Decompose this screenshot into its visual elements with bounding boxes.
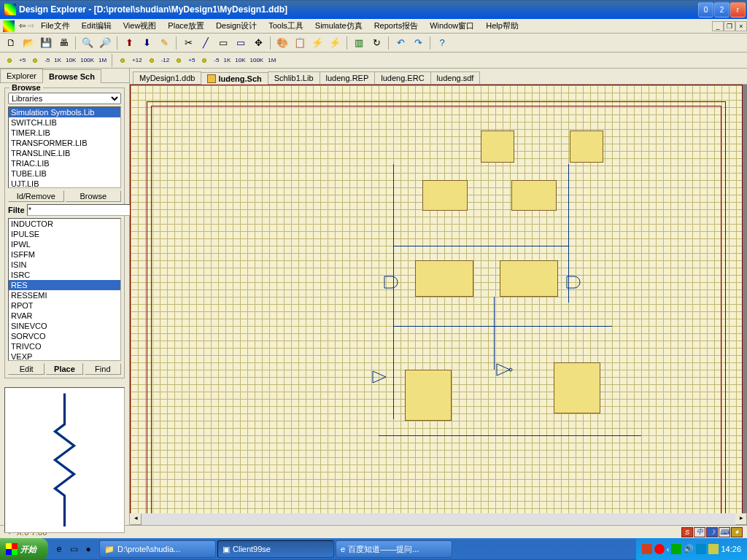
part-row[interactable]: RVAR	[9, 311, 120, 321]
library-row[interactable]: TRIAC.LIB	[9, 158, 120, 168]
task-folder[interactable]: 📁 D:\protel\shudia...	[99, 540, 216, 558]
browse-mode-select[interactable]: Libraries	[8, 93, 121, 104]
library-row[interactable]: TUBE.LIB	[9, 168, 120, 179]
src-p5-icon[interactable]	[3, 54, 16, 67]
part-row[interactable]: SINEVCO	[9, 321, 120, 331]
redo-icon[interactable]: ↷	[410, 35, 426, 51]
print-icon[interactable]: 🖶	[55, 35, 71, 51]
nand-gate-2[interactable]	[565, 275, 583, 289]
part-row[interactable]: IPWL	[9, 239, 120, 249]
part-row[interactable]: TRIVCO	[9, 341, 120, 351]
menu-view[interactable]: View视图	[117, 19, 163, 33]
component-counter2[interactable]	[500, 260, 558, 297]
system-tray[interactable]: ‹ 🔊 14:26	[636, 538, 747, 560]
part-row[interactable]: ISFFM	[9, 249, 120, 260]
library-row[interactable]: SWITCH.LIB	[9, 117, 120, 128]
zoom-in-icon[interactable]: 🔍	[80, 35, 96, 51]
tray-app2-icon[interactable]	[696, 544, 706, 554]
parts-listbox[interactable]: INDUCTORIPULSEIPWLISFFMISINISRCRESRESSEM…	[8, 218, 121, 361]
library-row[interactable]: TRANSLINE.LIB	[9, 148, 120, 158]
ime-settings-icon[interactable]: ✦	[731, 527, 743, 537]
src-100k[interactable]: 100K	[79, 54, 96, 67]
ime-keyboard-icon[interactable]: ⌨	[719, 527, 730, 537]
cross-probe-icon[interactable]: ✎	[156, 35, 172, 51]
component-7seg1[interactable]	[481, 131, 514, 163]
tab-explorer[interactable]: Explorer	[0, 69, 43, 82]
library-icon[interactable]: ▥	[351, 35, 367, 51]
menu-edit[interactable]: Edit编辑	[76, 19, 117, 33]
component-555-1[interactable]	[405, 370, 452, 421]
doc-tab-3[interactable]: ludeng.REP	[320, 71, 376, 84]
src-m5-icon[interactable]	[28, 54, 42, 67]
mdi-close-button[interactable]: ×	[735, 21, 747, 31]
task-browser[interactable]: e 百度知道——提问...	[336, 540, 452, 558]
ime-moon-icon[interactable]: ☽	[706, 527, 718, 537]
place-button[interactable]: Place	[46, 363, 82, 375]
doc-tab-5[interactable]: ludeng.sdf	[430, 71, 481, 84]
menu-tools[interactable]: Tools工具	[263, 19, 309, 33]
schematic-canvas[interactable]	[130, 85, 747, 513]
tray-app3-icon[interactable]	[708, 544, 719, 554]
menu-help[interactable]: Help帮助	[480, 19, 525, 33]
part-row[interactable]: RPOT	[9, 300, 120, 311]
part-row[interactable]: IPULSE	[9, 229, 120, 239]
doc-tab-4[interactable]: ludeng.ERC	[374, 71, 430, 84]
part-row[interactable]: RESSEMI	[9, 290, 120, 300]
horizontal-scrollbar[interactable]: ◂ ▸	[130, 513, 747, 525]
wire-icon[interactable]: ╱	[198, 35, 214, 51]
deselect-icon[interactable]: ▭	[233, 35, 249, 51]
browse-icon[interactable]: 📋	[292, 35, 308, 51]
quick-ie-icon[interactable]: e	[53, 541, 66, 557]
cut-icon[interactable]: ✂	[180, 35, 196, 51]
annotate-icon[interactable]: ⚡	[327, 35, 343, 51]
menu-place[interactable]: Place放置	[162, 19, 210, 33]
menu-reports[interactable]: Reports报告	[368, 19, 425, 33]
quick-desktop-icon[interactable]: ▭	[67, 541, 80, 557]
library-row[interactable]: UJT.LIB	[9, 179, 120, 188]
library-row[interactable]: Simulation Symbols.Lib	[9, 107, 120, 117]
src2-p5-icon[interactable]	[172, 54, 185, 67]
menu-file[interactable]: File文件	[35, 19, 76, 33]
quick-app-icon[interactable]: ●	[82, 541, 95, 557]
component-7seg2[interactable]	[570, 131, 603, 163]
part-row[interactable]: SORVCO	[9, 331, 120, 341]
tray-expand-icon[interactable]: ‹	[667, 545, 670, 553]
maximize-button[interactable]: 2	[714, 2, 729, 18]
nand-gate-1[interactable]	[383, 275, 400, 289]
mdi-minimize-button[interactable]: _	[712, 21, 724, 31]
src2-100k[interactable]: 100K	[249, 54, 266, 67]
select-inside-icon[interactable]: ▭	[215, 35, 231, 51]
tab-browse-sch[interactable]: Browse Sch	[42, 69, 101, 83]
find-button[interactable]: Find	[85, 363, 121, 375]
new-icon[interactable]: 🗋	[3, 35, 19, 51]
start-button[interactable]: 开始	[0, 538, 48, 560]
edit-button[interactable]: Edit	[8, 363, 44, 375]
library-listbox[interactable]: Simulation Symbols.LibSWITCH.LIBTIMER.LI…	[8, 106, 121, 188]
part-row[interactable]: ISRC	[9, 270, 120, 280]
part-row[interactable]: RES	[9, 280, 120, 290]
scroll-left-icon[interactable]: ◂	[130, 513, 142, 525]
menu-window[interactable]: Window窗口	[424, 19, 480, 33]
open-icon[interactable]: 📂	[20, 35, 36, 51]
nav-fwd-icon[interactable]: ⇨	[26, 21, 35, 31]
part-row[interactable]: VEXP	[9, 351, 120, 361]
power-icon[interactable]: ⚡	[309, 35, 325, 51]
filter-input[interactable]	[27, 204, 131, 216]
inverter-gate[interactable]	[495, 362, 513, 377]
src2-1m[interactable]: 1M	[266, 54, 277, 67]
task-client99se[interactable]: ▣ Client99se	[217, 540, 334, 558]
src2-10k[interactable]: 10K	[233, 54, 247, 67]
scroll-right-icon[interactable]: ▸	[735, 513, 747, 525]
update-icon[interactable]: ↻	[368, 35, 384, 51]
src2-1k[interactable]: 1K	[222, 54, 232, 67]
component-decoder1[interactable]	[422, 180, 468, 211]
menu-simulate[interactable]: Simulate仿真	[309, 19, 368, 33]
mdi-restore-button[interactable]: ❐	[724, 21, 735, 31]
tray-app1-icon[interactable]	[671, 544, 681, 554]
doc-tab-0[interactable]: MyDesign1.ddb	[133, 71, 201, 84]
palette-icon[interactable]: 🎨	[274, 35, 290, 51]
help-icon[interactable]: ?	[434, 35, 450, 51]
ime-lang-icon[interactable]: 中	[694, 527, 705, 537]
zoom-out-icon[interactable]: 🔎	[97, 35, 113, 51]
tray-shield-icon[interactable]	[654, 544, 665, 554]
